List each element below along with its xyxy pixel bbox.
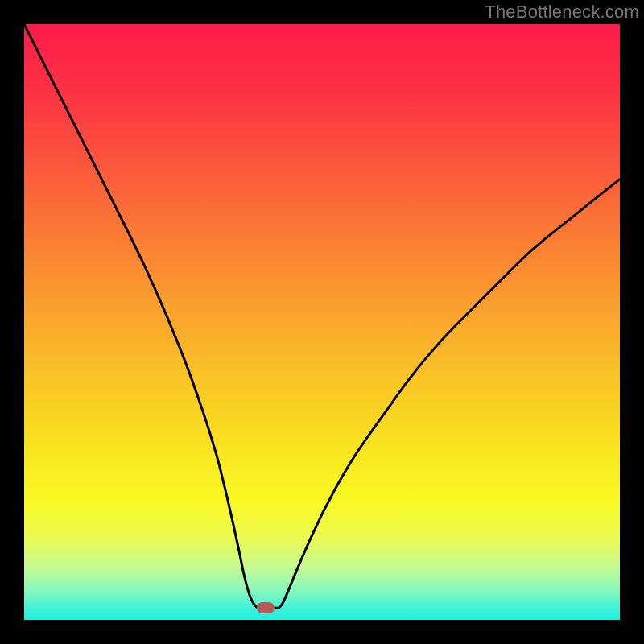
plot-area: [24, 24, 620, 620]
chart-container: TheBottleneck.com: [0, 0, 644, 644]
optimal-point-marker: [257, 602, 275, 613]
attribution-text: TheBottleneck.com: [485, 2, 639, 23]
curve: [24, 24, 620, 620]
